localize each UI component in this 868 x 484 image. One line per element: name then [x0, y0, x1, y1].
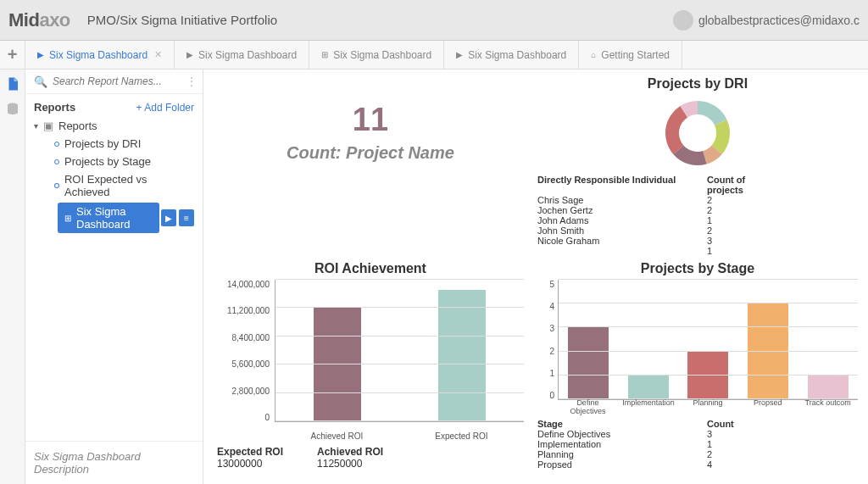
roi-title: ROI Achievement — [214, 261, 527, 276]
table-row: Implementation1 — [537, 439, 858, 449]
folder-label: Reports — [58, 120, 97, 132]
dri-col-count: Count of projects — [707, 175, 775, 195]
report-menu-button[interactable]: ≡ — [179, 209, 194, 226]
reports-heading: Reports — [34, 101, 75, 114]
stage-title: Projects by Stage — [537, 261, 858, 276]
roi-achieved-label: Achieved ROI — [317, 446, 383, 458]
table-row: Chris Sage2 — [537, 195, 858, 205]
stage-card: Projects by Stage 543210 Define Objectiv… — [537, 261, 858, 470]
tab[interactable]: ▶Six Sigma Dashboard✕ — [25, 41, 175, 70]
stage-col-name: Stage — [537, 419, 707, 429]
chevron-down-icon: ▾ — [34, 121, 38, 131]
add-folder-button[interactable]: + Add Folder — [136, 102, 194, 114]
tree-node-label: Projects by Stage — [64, 155, 151, 168]
stage-bar-chart: 543210 Define ObjectivesImplementationPl… — [537, 280, 858, 415]
tree-node[interactable]: Projects by DRI — [34, 135, 194, 153]
tree-node-label: ROI Expected vs Achieved — [64, 173, 194, 198]
roi-expected-value: 13000000 — [217, 458, 283, 470]
bullet-icon — [54, 159, 59, 164]
roi-bar-chart: 14,000,00011,200,0008,400,0005,600,0002,… — [214, 280, 527, 441]
tab[interactable]: ⊞Six Sigma Dashboard — [309, 41, 444, 70]
tab[interactable]: ▶Six Sigma Dashboard — [444, 41, 579, 70]
table-row: John Smith2 — [537, 225, 858, 236]
dri-donut-chart — [659, 95, 736, 171]
tab-label: Six Sigma Dashboard — [198, 49, 297, 61]
tab[interactable]: ▶Six Sigma Dashboard — [175, 41, 309, 70]
tab-label: Six Sigma Dashboard — [333, 49, 431, 61]
tree-node[interactable]: ROI Expected vs Achieved — [34, 170, 194, 201]
avatar-icon — [673, 10, 693, 31]
stage-col-count: Count — [707, 419, 734, 429]
document-icon[interactable] — [5, 76, 20, 92]
search-input[interactable] — [53, 75, 181, 87]
user-email: globalbestpractices@midaxo.c — [698, 14, 860, 27]
table-row: Jochen Gertz2 — [537, 205, 858, 215]
search-more-icon[interactable]: ⋮ — [186, 75, 198, 88]
bullet-icon — [54, 183, 59, 188]
table-row: Propsed4 — [537, 459, 858, 470]
play-icon: ▶ — [37, 50, 44, 59]
table-row: 1 — [537, 246, 858, 256]
tab[interactable]: ⌂Getting Started — [579, 41, 682, 70]
top-bar: Midaxo PMO/Six Sigma Initiative Portfoli… — [0, 0, 868, 41]
table-row: Planning2 — [537, 449, 858, 459]
report-description: Six Sigma Dashboard Description — [25, 441, 203, 484]
kpi-label: Count: Project Name — [214, 143, 527, 163]
dri-card: Projects by DRI Directly Responsible Ind… — [537, 76, 858, 256]
roi-summary: Expected ROI13000000 Achieved ROI1125000… — [214, 446, 527, 470]
report-tree: ▾ ▣ Reports Projects by DRIProjects by S… — [25, 117, 203, 233]
folder-reports[interactable]: ▾ ▣ Reports — [34, 117, 194, 135]
play-icon: ▶ — [186, 50, 193, 59]
roi-expected-label: Expected ROI — [217, 446, 283, 458]
table-row: Define Objectives3 — [537, 429, 858, 439]
kpi-value: 11 — [214, 102, 527, 138]
stage-table: StageCount Define Objectives3Implementat… — [537, 419, 858, 470]
dashboard-main: 11 Count: Project Name Projects by DRI D… — [203, 70, 868, 484]
tab-label: Six Sigma Dashboard — [49, 49, 147, 61]
dri-table: Directly Responsible IndividualCount of … — [537, 175, 858, 256]
home-icon: ⌂ — [591, 50, 596, 59]
roi-achieved-value: 11250000 — [317, 458, 383, 470]
table-row: John Adams1 — [537, 215, 858, 225]
tree-node[interactable]: Projects by Stage — [34, 153, 194, 170]
bullet-icon — [54, 142, 59, 147]
tab-label: Six Sigma Dashboard — [468, 49, 566, 61]
dashboard-icon: ⊞ — [64, 214, 71, 223]
user-menu[interactable]: globalbestpractices@midaxo.c — [673, 10, 860, 31]
dri-col-name: Directly Responsible Individual — [537, 175, 707, 195]
run-report-button[interactable]: ▶ — [161, 209, 176, 226]
table-row: Nicole Graham3 — [537, 236, 858, 246]
grid-icon: ⊞ — [321, 50, 328, 59]
play-icon: ▶ — [456, 50, 463, 59]
portfolio-title: PMO/Six Sigma Initiative Portfolio — [87, 13, 277, 27]
kpi-card: 11 Count: Project Name — [214, 76, 527, 256]
tree-node-label: Projects by DRI — [64, 137, 141, 150]
tab-label: Getting Started — [601, 49, 670, 61]
tab-bar: + ▶Six Sigma Dashboard✕▶Six Sigma Dashbo… — [0, 41, 868, 70]
dri-title: Projects by DRI — [537, 76, 858, 92]
sidebar: 🔍 ⋮ Reports + Add Folder ▾ ▣ Reports Pro… — [25, 70, 203, 484]
logo[interactable]: Midaxo — [8, 9, 70, 31]
tree-node-selected[interactable]: ⊞ Six Sigma Dashboard — [58, 203, 159, 233]
roi-card: ROI Achievement 14,000,00011,200,0008,40… — [214, 261, 527, 470]
close-icon[interactable]: ✕ — [154, 49, 162, 60]
database-icon[interactable] — [5, 102, 20, 117]
add-tab-button[interactable]: + — [0, 41, 25, 70]
icon-rail — [0, 70, 25, 484]
search-icon: 🔍 — [34, 75, 47, 88]
tree-node-label: Six Sigma Dashboard — [76, 205, 159, 231]
folder-icon: ▣ — [43, 120, 53, 132]
